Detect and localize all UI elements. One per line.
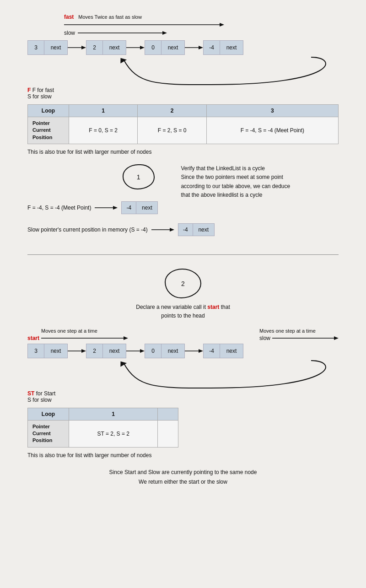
node-neg4-val: -4 — [204, 41, 220, 54]
node2-3-nxt: next — [44, 344, 67, 358]
legend-slow: S for slow — [27, 93, 339, 100]
verify-line4: that the above linkedlist is a cycle — [181, 191, 290, 200]
fast-arrow-text: Moves Twice as fast as slow — [78, 14, 142, 20]
table-val2: F = 2, S = 0 — [138, 117, 206, 144]
table-col2: 1 — [69, 105, 138, 117]
table-loop-label: Loop — [28, 105, 69, 117]
cycle-arrow-svg1 — [27, 55, 348, 92]
node2-0-val: 0 — [145, 344, 161, 358]
loop-table2: Loop 1 Pointer Current Position ST = 2, … — [27, 408, 178, 448]
declare-text: Declare a new variable call it start tha… — [27, 303, 339, 320]
arrow2-2 — [126, 344, 145, 358]
slow-arrow-svg — [78, 29, 167, 37]
legend2-slow: S for slow — [27, 397, 339, 403]
meet-node-nxt: next — [136, 202, 157, 214]
node2-2-val: 2 — [86, 344, 103, 358]
node2-neg4-nxt: next — [220, 344, 243, 358]
meet-node-val: -4 — [122, 202, 136, 214]
arrow-2 — [126, 40, 145, 55]
page: fast Moves Twice as fast as slow slow 3 … — [0, 0, 366, 496]
table2-val1: ST = 2, S = 2 — [69, 420, 158, 447]
slow-pos-arrow-svg — [151, 226, 174, 233]
slow2-arrow-row: slow — [259, 334, 339, 342]
legend2-s-text: S for slow — [27, 397, 52, 403]
blob2: 2 — [165, 269, 201, 298]
fast-arrow-svg — [64, 21, 224, 28]
note2: This is also true for list with larger n… — [27, 452, 339, 459]
section-divider — [27, 254, 339, 255]
blob1-val: 1 — [137, 173, 140, 181]
meet-node: -4 next — [121, 201, 158, 214]
table-val1: F = 0, S = 2 — [69, 117, 138, 144]
meet-arrow-svg — [95, 204, 118, 211]
node-2: 2 next — [86, 40, 126, 55]
declare-text3: points to the head — [161, 313, 205, 319]
node2-neg4: -4 next — [203, 344, 243, 358]
node2-0: 0 next — [145, 344, 185, 358]
table-val3: F = -4, S = -4 (Meet Point) — [206, 117, 338, 144]
declare-start: start — [207, 304, 219, 310]
slow-node: -4 next — [178, 223, 215, 236]
slow-label-top: slow — [64, 30, 75, 36]
blob-container1: 1 — [119, 164, 158, 189]
svg-marker-9 — [199, 46, 203, 49]
node-2-nxt: next — [103, 41, 126, 54]
svg-marker-20 — [81, 349, 86, 353]
slow-node-val: -4 — [178, 224, 193, 236]
arrow2-3 — [185, 344, 203, 358]
svg-marker-1 — [220, 23, 224, 27]
node-neg4-nxt: next — [220, 41, 243, 54]
blob1: 1 — [123, 164, 155, 189]
table2-header-row: Loop 1 — [28, 408, 178, 420]
arrow-3 — [185, 40, 203, 55]
table2-col2: 1 — [69, 408, 158, 420]
start-arrow-svg — [41, 334, 128, 342]
table2-empty-col — [158, 408, 178, 420]
loop-table1: Loop 1 2 3 Pointer Current Position F = … — [27, 104, 339, 144]
svg-marker-3 — [162, 31, 167, 35]
svg-marker-24 — [199, 349, 203, 353]
section2: 2 Declare a new variable call it start t… — [27, 269, 339, 487]
node-neg4: -4 next — [203, 40, 243, 55]
final-text: Since Start and Slow are currently point… — [27, 468, 339, 487]
blob2-val: 2 — [181, 280, 185, 287]
table-header-row: Loop 1 2 3 — [28, 105, 339, 117]
final-line2: We return either the start or the slow — [27, 477, 339, 487]
final-line1: Since Start and Slow are currently point… — [27, 468, 339, 478]
table-row-label: Pointer Current Position — [28, 117, 69, 144]
section1-top: fast Moves Twice as fast as slow slow 3 … — [27, 14, 339, 236]
node-0-nxt: next — [161, 41, 184, 54]
cycle-arrow-container2 — [27, 358, 339, 395]
verify-line1: Verify that the LinkedList is a cycle — [181, 164, 290, 173]
node-3-nxt: next — [44, 41, 67, 54]
legend-s-text: S for slow — [27, 93, 52, 100]
svg-marker-12 — [113, 206, 118, 210]
table2-loop-label: Loop — [28, 408, 69, 420]
slow2-label: slow — [259, 335, 270, 341]
node-3-val: 3 — [28, 41, 44, 54]
table2-row-label: Pointer Current Position — [28, 420, 69, 447]
svg-marker-16 — [124, 336, 128, 340]
meet-row: F = -4, S = -4 (Meet Point) -4 next — [27, 201, 158, 214]
start-arrow-row: start — [27, 334, 128, 342]
declare-text1: Declare a new variable call it — [136, 304, 206, 310]
start-arrow-label-text: Moves one step at a time — [41, 328, 128, 334]
node2-2-nxt: next — [103, 344, 126, 358]
blob2-container: 2 — [27, 269, 339, 298]
linkedlist-row1: 3 next 2 next 0 next — [27, 40, 339, 55]
arrow2-1 — [68, 344, 86, 358]
svg-marker-18 — [334, 336, 339, 340]
node-2-val: 2 — [86, 41, 103, 54]
node2-2: 2 next — [86, 344, 126, 358]
fast-label: fast — [64, 14, 74, 20]
svg-marker-7 — [140, 46, 145, 49]
slow-node-nxt: next — [193, 224, 214, 236]
node-0-val: 0 — [145, 41, 161, 54]
meet-label: F = -4, S = -4 (Meet Point) — [27, 205, 91, 211]
cycle-arrow-container1 — [27, 55, 339, 92]
table2-empty-val — [158, 420, 178, 447]
start-arrow-col: Moves one step at a time start — [27, 328, 128, 342]
arrow-1 — [68, 40, 86, 55]
table-data-row: Pointer Current Position F = 0, S = 2 F … — [28, 117, 339, 144]
node2-3: 3 next — [27, 344, 68, 358]
